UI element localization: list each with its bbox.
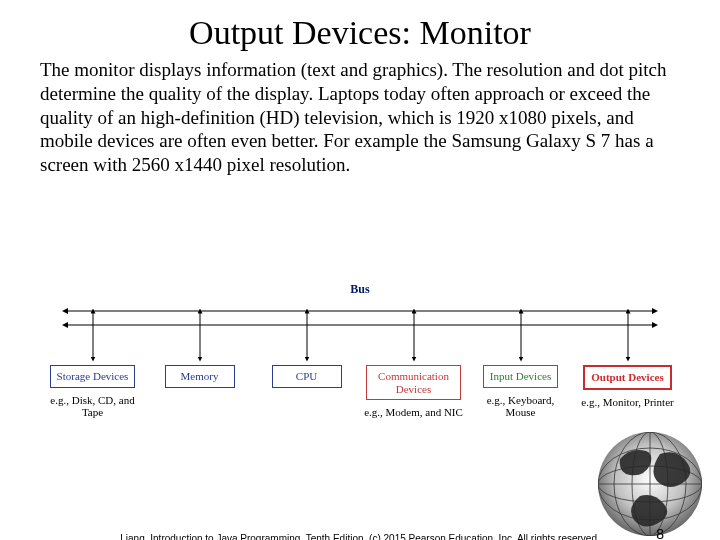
node-caption: e.g., Monitor, Printer [578, 396, 678, 409]
bus-label: Bus [45, 282, 675, 297]
node-box-communication: Communication Devices [366, 365, 461, 400]
bus-node: Output Devices e.g., Monitor, Printer [580, 365, 675, 419]
bus-node: Storage Devices e.g., Disk, CD, and Tape [45, 365, 140, 419]
slide-footer: Liang, Introduction to Java Programming,… [0, 533, 720, 540]
node-box-input: Input Devices [483, 365, 558, 388]
node-box-output: Output Devices [583, 365, 671, 390]
slide-body: The monitor displays information (text a… [40, 58, 680, 177]
page-number: 8 [656, 526, 664, 540]
bus-node: Communication Devices e.g., Modem, and N… [366, 365, 461, 419]
bus-node: Memory [152, 365, 247, 419]
node-caption: e.g., Modem, and NIC [364, 406, 464, 419]
globe-icon [590, 424, 710, 540]
node-box-memory: Memory [165, 365, 235, 388]
slide: Output Devices: Monitor The monitor disp… [0, 14, 720, 540]
bus-node: CPU [259, 365, 354, 419]
bus-node: Input Devices e.g., Keyboard, Mouse [473, 365, 568, 419]
bus-diagram: Bus Storage Devices e.g., Disk, CD, and … [45, 282, 675, 419]
bus-lines-svg [45, 301, 675, 363]
node-caption: e.g., Disk, CD, and Tape [43, 394, 143, 419]
node-box-storage: Storage Devices [50, 365, 136, 388]
slide-title: Output Devices: Monitor [0, 14, 720, 52]
bus-nodes-row: Storage Devices e.g., Disk, CD, and Tape… [45, 365, 675, 419]
node-caption: e.g., Keyboard, Mouse [471, 394, 571, 419]
node-box-cpu: CPU [272, 365, 342, 388]
